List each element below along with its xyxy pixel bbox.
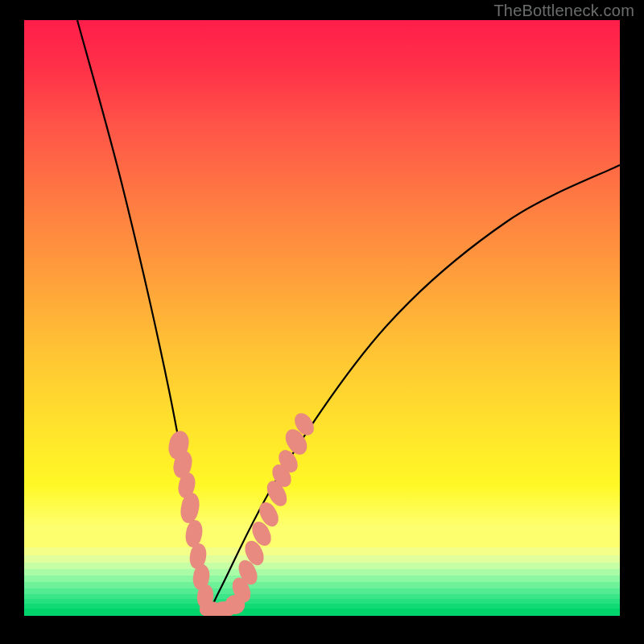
chart-plot-area [24, 20, 620, 616]
app-root: TheBottleneck.com [0, 0, 644, 644]
beads-container [24, 20, 620, 616]
watermark-text: TheBottleneck.com [493, 2, 634, 20]
